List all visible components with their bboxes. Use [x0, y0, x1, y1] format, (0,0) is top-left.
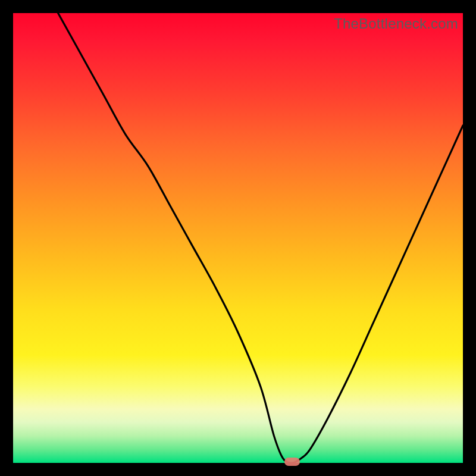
chart-frame: TheBottleneck.com	[0, 0, 476, 476]
optimal-marker	[284, 458, 300, 466]
bottleneck-curve	[13, 13, 463, 463]
plot-area: TheBottleneck.com	[13, 13, 463, 463]
